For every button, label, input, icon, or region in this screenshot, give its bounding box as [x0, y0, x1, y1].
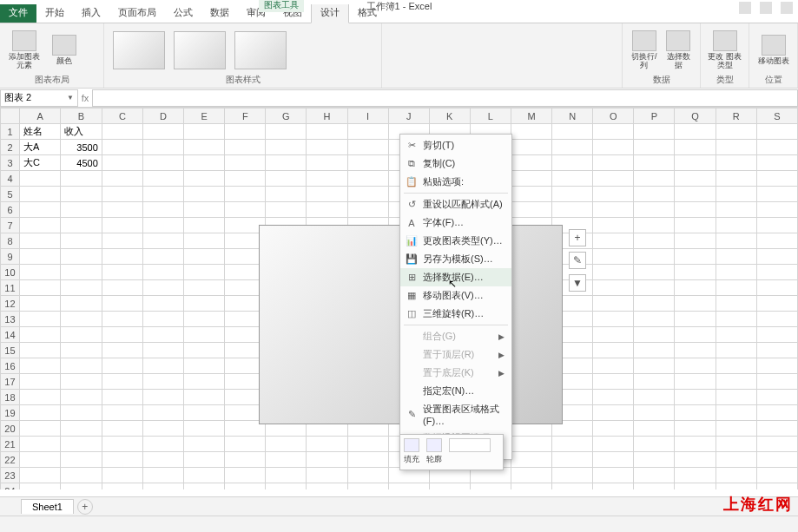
- cell[interactable]: [511, 155, 551, 171]
- cell[interactable]: [142, 405, 183, 421]
- cell[interactable]: [675, 437, 716, 452]
- cell[interactable]: [184, 312, 225, 327]
- cell[interactable]: [552, 452, 593, 468]
- cell[interactable]: [511, 437, 551, 452]
- cell[interactable]: [593, 312, 634, 327]
- cell[interactable]: [102, 390, 142, 405]
- col-header[interactable]: Q: [675, 108, 716, 124]
- select-data-button[interactable]: 选择数据: [664, 30, 694, 70]
- cell[interactable]: [61, 374, 102, 390]
- cell[interactable]: [756, 483, 797, 490]
- tab-insert[interactable]: 插入: [73, 3, 109, 23]
- cell[interactable]: [61, 296, 102, 312]
- cell[interactable]: [511, 140, 551, 155]
- cell[interactable]: [184, 358, 225, 374]
- col-header[interactable]: B: [61, 108, 102, 124]
- cell[interactable]: [675, 249, 716, 265]
- cell[interactable]: [102, 405, 142, 421]
- cell[interactable]: [266, 124, 307, 140]
- row-header[interactable]: 21: [1, 437, 20, 452]
- cell[interactable]: [675, 327, 716, 343]
- cell[interactable]: [593, 390, 634, 405]
- cell[interactable]: [675, 124, 716, 140]
- style-thumb[interactable]: [234, 31, 287, 69]
- context-menu-item[interactable]: ⧉复制(C): [400, 154, 511, 173]
- cell[interactable]: [184, 452, 225, 468]
- cell[interactable]: [19, 483, 60, 490]
- cell[interactable]: [593, 218, 634, 233]
- col-header[interactable]: M: [511, 108, 551, 124]
- cell[interactable]: [756, 358, 797, 374]
- cell[interactable]: [756, 171, 797, 187]
- cell[interactable]: [593, 233, 634, 249]
- cell[interactable]: [266, 452, 307, 468]
- cell[interactable]: [102, 218, 142, 233]
- cell[interactable]: [19, 437, 60, 452]
- row-header[interactable]: 2: [1, 140, 20, 155]
- tab-home[interactable]: 开始: [36, 3, 73, 23]
- tab-pagelayout[interactable]: 页面布局: [109, 3, 165, 23]
- cell[interactable]: [102, 124, 142, 140]
- cell[interactable]: [756, 437, 797, 452]
- cell[interactable]: [675, 312, 716, 327]
- row-header[interactable]: 20: [1, 421, 20, 437]
- tab-file[interactable]: 文件: [0, 3, 36, 23]
- col-header[interactable]: N: [552, 108, 593, 124]
- cell[interactable]: [266, 202, 307, 218]
- cell[interactable]: [511, 468, 551, 483]
- cell[interactable]: [19, 187, 60, 202]
- cell[interactable]: [593, 374, 634, 390]
- cell[interactable]: [593, 296, 634, 312]
- cell[interactable]: [19, 421, 60, 437]
- chart-styles-gallery[interactable]: [111, 27, 293, 74]
- cell[interactable]: [593, 249, 634, 265]
- outline-button[interactable]: 轮廓: [426, 438, 442, 465]
- cell[interactable]: [716, 202, 756, 218]
- cell[interactable]: [184, 155, 225, 171]
- cell[interactable]: [184, 390, 225, 405]
- cell[interactable]: [756, 468, 797, 483]
- move-chart-button[interactable]: 移动图表: [756, 35, 790, 66]
- cell[interactable]: [184, 140, 225, 155]
- cell[interactable]: [184, 327, 225, 343]
- cell[interactable]: [266, 437, 307, 452]
- row-header[interactable]: 22: [1, 452, 20, 468]
- cell[interactable]: [675, 296, 716, 312]
- row-header[interactable]: 3: [1, 155, 20, 171]
- cell[interactable]: [19, 171, 60, 187]
- cell[interactable]: [102, 296, 142, 312]
- cell[interactable]: [756, 390, 797, 405]
- cell[interactable]: [634, 171, 675, 187]
- cell[interactable]: [19, 265, 60, 280]
- cell[interactable]: [634, 374, 675, 390]
- cell[interactable]: [142, 202, 183, 218]
- cell[interactable]: [716, 374, 756, 390]
- context-menu-item[interactable]: 📋粘贴选项:: [400, 173, 511, 191]
- cell[interactable]: [756, 249, 797, 265]
- cell[interactable]: [102, 312, 142, 327]
- cell[interactable]: [347, 140, 388, 155]
- cell[interactable]: [61, 343, 102, 358]
- cell[interactable]: [552, 483, 593, 490]
- cell[interactable]: [142, 233, 183, 249]
- cell[interactable]: [266, 155, 307, 171]
- cell[interactable]: [225, 452, 266, 468]
- cell[interactable]: [593, 280, 634, 296]
- cell[interactable]: [142, 390, 183, 405]
- cell[interactable]: [716, 171, 756, 187]
- cell[interactable]: [61, 483, 102, 490]
- cell[interactable]: [756, 233, 797, 249]
- cell[interactable]: [675, 187, 716, 202]
- cell[interactable]: [593, 437, 634, 452]
- cell[interactable]: [266, 171, 307, 187]
- cell[interactable]: [756, 312, 797, 327]
- cell[interactable]: [511, 483, 551, 490]
- cell[interactable]: [142, 155, 183, 171]
- cell[interactable]: [102, 233, 142, 249]
- cell[interactable]: [307, 437, 347, 452]
- cell[interactable]: [593, 343, 634, 358]
- cell[interactable]: [675, 468, 716, 483]
- cell[interactable]: [675, 405, 716, 421]
- context-menu-item[interactable]: ✂剪切(T): [400, 136, 511, 154]
- cell[interactable]: [756, 374, 797, 390]
